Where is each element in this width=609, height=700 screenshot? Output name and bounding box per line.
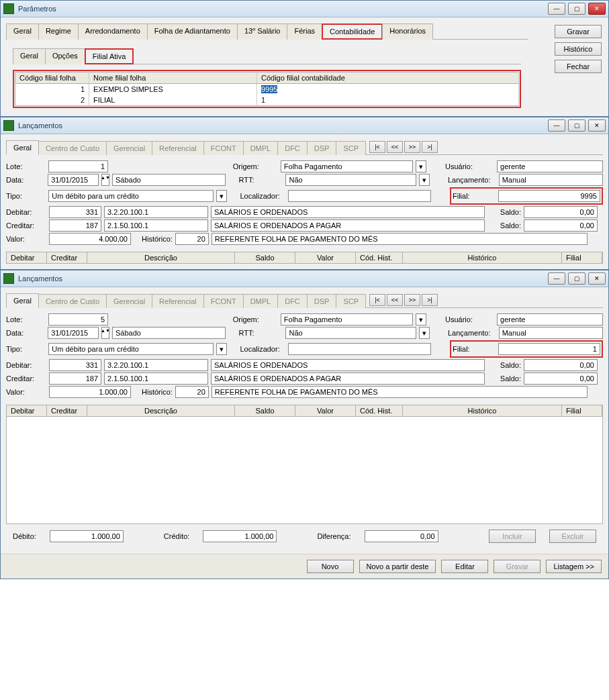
novo-button[interactable]: Novo [307,560,354,573]
chevron-down-icon[interactable]: ▾ [216,343,227,355]
debitar-conta[interactable]: 3.2.20.100.1 [104,359,208,371]
tab-inner-filial[interactable]: Filial Ativa [85,48,134,64]
gravar-button[interactable]: Gravar [494,560,541,573]
data-input[interactable]: 31/01/2015 [48,327,99,339]
nav-first[interactable]: |< [369,141,385,153]
nav-last[interactable]: >| [422,141,438,153]
tab-dfc[interactable]: DFC [277,141,308,155]
date-spinner[interactable]: ▲▼ [101,174,109,186]
tab-ferias[interactable]: Férias [287,23,322,40]
chevron-down-icon[interactable]: ▾ [419,327,430,339]
tab-dmpl[interactable]: DMPL [243,294,279,308]
nav-first[interactable]: |< [369,294,385,306]
chevron-down-icon[interactable]: ▾ [416,313,426,326]
lote-input[interactable]: 5 [48,313,108,326]
tab-fcont[interactable]: FCONT [203,294,244,308]
tab-gerencial[interactable]: Gerencial [106,141,152,155]
tipo-select[interactable]: Um débito para um crédito [48,343,213,355]
tab-arredondamento[interactable]: Arredondamento [78,23,148,40]
col-nome: Nome filial folha [89,72,257,84]
close-button[interactable]: ✕ [588,3,606,15]
tab-geral[interactable]: Geral [6,140,39,155]
close-button[interactable]: ✕ [588,119,606,132]
historico-num[interactable]: 20 [175,233,209,245]
tab-dsp[interactable]: DSP [307,294,337,308]
creditar-conta[interactable]: 2.1.50.100.1 [104,372,208,385]
fechar-button[interactable]: Fechar [555,60,602,73]
tab-geral[interactable]: Geral [6,23,39,40]
rtt-select[interactable]: Não [285,327,416,339]
minimize-button[interactable]: — [548,272,565,285]
label-valor: Valor: [6,235,46,243]
listagem-button[interactable]: Listagem >> [546,560,602,573]
window-title: Lançamentos [18,274,548,283]
tab-folha[interactable]: Folha de Adiantamento [147,23,238,40]
tab-dmpl[interactable]: DMPL [243,141,279,155]
gravar-button[interactable]: Gravar [555,25,602,38]
table-row[interactable]: 2 FILIAL 1 [15,95,519,106]
date-spinner[interactable]: ▲▼ [101,327,109,339]
valor-input[interactable]: 1.000,00 [49,386,131,398]
detail-grid[interactable] [6,417,603,524]
creditar-num[interactable]: 187 [49,372,101,385]
historico-text[interactable]: REFERENTE FOLHA DE PAGAMENTO DO MÊS [212,233,588,245]
col-codigo-cont: Código filial contabilidade [257,72,519,84]
minimize-button[interactable]: — [548,3,565,15]
origem-select[interactable]: Folha Pagamento [281,313,413,326]
nav-next[interactable]: >> [404,294,420,306]
tab-inner-geral[interactable]: Geral [13,48,46,64]
close-button[interactable]: ✕ [588,272,606,285]
nav-prev[interactable]: << [387,294,403,306]
tipo-select[interactable]: Um débito para um crédito [48,190,213,202]
label-historico: Histórico: [142,388,173,396]
excluir-button[interactable]: Excluir [549,530,596,543]
debitar-conta[interactable]: 3.2.20.100.1 [104,206,208,218]
tab-honorarios[interactable]: Honorários [382,23,433,40]
tab-scp[interactable]: SCP [336,294,366,308]
tab-13salario[interactable]: 13º Salário [237,23,288,40]
origem-select[interactable]: Folha Pagamento [281,160,413,172]
debitar-num[interactable]: 331 [49,206,101,218]
incluir-button[interactable]: Incluir [489,530,536,543]
tab-centro[interactable]: Centro de Custo [38,141,107,155]
nav-next[interactable]: >> [404,141,420,153]
localizador-input[interactable] [288,190,432,202]
tab-referencial[interactable]: Referencial [152,141,204,155]
historico-num[interactable]: 20 [175,386,209,398]
nav-last[interactable]: >| [422,294,438,306]
editar-button[interactable]: Editar [441,560,488,573]
maximize-button[interactable]: ▢ [568,119,585,132]
lote-input[interactable]: 1 [48,160,108,172]
creditar-num[interactable]: 187 [49,219,101,232]
tab-referencial[interactable]: Referencial [152,294,204,308]
tab-contabilidade[interactable]: Contabilidade [322,23,383,40]
debitar-num[interactable]: 331 [49,359,101,371]
valor-input[interactable]: 4.000,00 [49,233,131,245]
historico-button[interactable]: Histórico [555,42,602,56]
tab-dsp[interactable]: DSP [307,141,337,155]
tab-geral[interactable]: Geral [6,293,39,308]
localizador-input[interactable] [288,343,432,355]
novo-a-partir-button[interactable]: Novo a partir deste [359,560,436,573]
maximize-button[interactable]: ▢ [568,272,585,285]
tab-scp[interactable]: SCP [336,141,366,155]
nav-prev[interactable]: << [387,141,403,153]
minimize-button[interactable]: — [548,119,565,132]
chevron-down-icon[interactable]: ▾ [419,174,430,186]
historico-text[interactable]: REFERENTE FOLHA DE PAGAMENTO DO MÊS [212,386,588,398]
tab-regime[interactable]: Regime [38,23,79,40]
tab-centro[interactable]: Centro de Custo [38,294,107,308]
table-row[interactable]: 1 EXEMPLO SIMPLES 9995 [15,84,519,95]
creditar-conta[interactable]: 2.1.50.100.1 [104,219,208,232]
tab-inner-opcoes[interactable]: Opções [45,48,85,64]
chevron-down-icon[interactable]: ▾ [416,160,426,172]
window-title: Parâmetros [18,5,548,13]
tab-fcont[interactable]: FCONT [203,141,244,155]
maximize-button[interactable]: ▢ [568,3,585,15]
tab-dfc[interactable]: DFC [277,294,308,308]
filial-table[interactable]: Código filial folha Nome filial folha Có… [15,72,519,106]
tab-gerencial[interactable]: Gerencial [106,294,152,308]
data-input[interactable]: 31/01/2015 [48,174,99,186]
chevron-down-icon[interactable]: ▾ [216,190,227,202]
rtt-select[interactable]: Não [285,174,416,186]
